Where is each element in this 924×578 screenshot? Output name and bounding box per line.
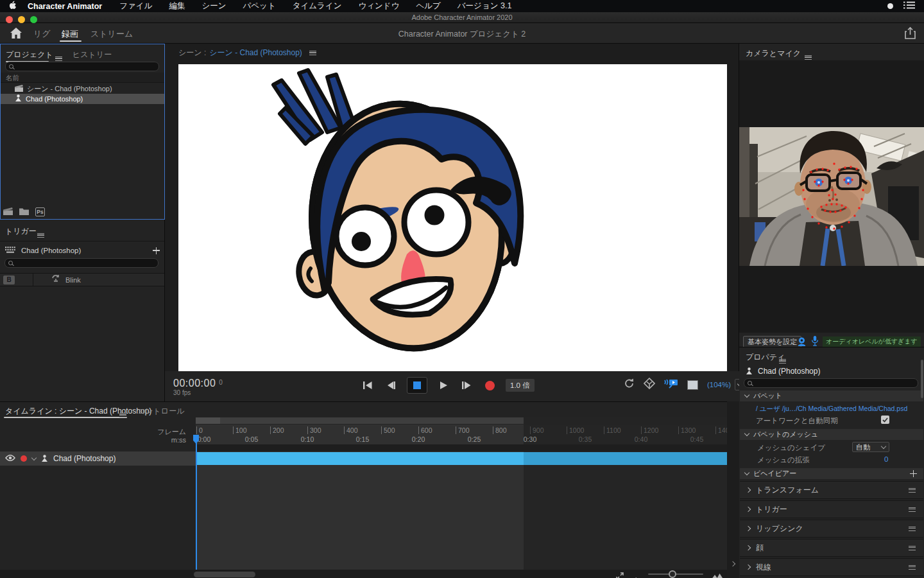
visibility-eye-icon[interactable] [5,454,15,463]
project-panel-menu-icon[interactable] [55,57,62,61]
controls-tab[interactable]: コントロール [137,406,184,417]
section-puppet[interactable]: パペット [740,390,923,401]
behavior-menu-icon[interactable] [909,507,916,512]
tab-history-panel[interactable]: ヒストリー [73,49,112,60]
zoom-out-mountain-icon[interactable] [633,573,641,578]
timeline-panel: タイムライン : シーン - Chad (Photoshop) コントロール フ… [0,401,739,578]
add-behavior-button[interactable] [910,470,917,477]
go-to-start-button[interactable] [361,378,375,392]
timeline-tab[interactable]: タイムライン : シーン - Chad (Photoshop) [5,406,151,417]
window-titlebar: Adobe Character Animator 2020 [0,12,924,23]
frame-tick: 1200 [641,426,658,434]
new-folder-icon[interactable] [19,206,29,218]
trigger-search-input[interactable] [13,259,140,267]
status-dot-icon[interactable] [887,3,893,9]
menu-puppet[interactable]: パペット [243,1,276,12]
character-animator-app: Character Animator ファイル 編集 シーン パペット タイムラ… [0,0,924,578]
time-tick: 0:40 [635,435,647,443]
menu-help[interactable]: ヘルプ [416,1,440,12]
source-path-link[interactable]: / ユーザ /ju…/Ch Media/Gathered Media/Chad.… [756,405,907,414]
behavior-lipsync[interactable]: リップシンク [740,520,923,538]
fit-timeline-icon[interactable] [616,571,624,578]
behavior-triggers[interactable]: トリガー [740,500,923,518]
trigger-key-badge[interactable]: B [3,276,15,285]
scene-name-link[interactable]: シーン - Chad (Photoshop) [209,48,302,58]
project-search-input[interactable] [13,63,141,71]
menu-file[interactable]: ファイル [119,1,152,12]
properties-search-input[interactable] [752,380,896,387]
project-item-puppet[interactable]: Chad (Photoshop) [1,94,164,104]
track-expand-icon[interactable] [31,455,37,460]
timeline-zoom-knob[interactable] [669,570,676,578]
behavior-transform[interactable]: トランスフォーム [740,481,923,499]
set-rest-pose-button[interactable]: 基本姿勢を設定 [743,336,801,347]
behavior-menu-icon[interactable] [909,527,916,531]
new-scene-icon[interactable] [3,206,13,218]
photoshop-badge-icon[interactable]: Ps [35,207,45,216]
track-bar-chad-tail[interactable] [524,452,727,465]
playback-speed[interactable]: 1.0 倍 [506,379,535,392]
project-item-scene[interactable]: シーン - Chad (Photoshop) [1,83,164,94]
mesh-expansion-value[interactable]: 0 [884,455,888,463]
refresh-scene-icon[interactable] [624,378,635,391]
section-puppet-mesh[interactable]: パペットのメッシュ [740,429,923,440]
timeline-pan-bar[interactable] [196,417,727,425]
timeline-menu-icon[interactable] [119,413,126,417]
menu-version[interactable]: バージョン 3.1 [458,1,512,12]
properties-menu-icon[interactable] [779,359,786,363]
track-bar-chad[interactable] [196,452,524,465]
behavior-face[interactable]: 顔 [740,539,923,557]
auto-sync-checkbox[interactable] [881,416,889,424]
zoom-level[interactable]: (104%) [707,381,731,389]
tab-project-panel[interactable]: プロジェクト [6,49,53,60]
play-button[interactable] [436,378,450,392]
list-menu-icon[interactable] [903,1,915,11]
puppet-icon [746,367,753,375]
menu-window[interactable]: ウィンドウ [358,1,399,12]
project-search[interactable] [5,62,159,71]
menu-scene[interactable]: シーン [201,1,226,12]
behavior-gaze[interactable]: 視線 [740,558,923,576]
frame-tick: 0 [196,426,203,434]
stop-button[interactable] [407,377,427,394]
behavior-menu-icon[interactable] [909,565,916,570]
properties-search[interactable] [744,378,918,388]
zoom-in-mountain-icon[interactable] [711,571,724,578]
camera-panel-menu-icon[interactable] [805,55,812,60]
scene-canvas[interactable] [178,64,727,371]
properties-scrollbar[interactable] [921,360,923,398]
menu-edit[interactable]: 編集 [169,1,185,12]
step-forward-button[interactable] [459,378,474,392]
project-title: Character Animator プロジェクト 2 [0,29,924,40]
timeline-hscrollbar[interactable] [0,570,739,578]
snapshot-diamond-icon[interactable] [644,378,655,392]
stream-output-icon[interactable] [664,378,678,392]
behavior-menu-icon[interactable] [909,546,916,550]
matte-square-icon[interactable] [687,380,698,390]
trigger-swap-icon[interactable] [51,274,60,286]
playhead-line[interactable] [196,435,197,570]
time-tick: 0:30 [524,435,536,443]
track-header-chad[interactable]: Chad (Photoshop) [0,451,196,466]
share-icon[interactable] [905,27,916,42]
panel-collapse-chevron[interactable] [730,561,735,566]
menubar-app-name[interactable]: Character Animator [28,2,102,11]
search-icon [9,64,13,69]
scene-panel-menu-icon[interactable] [309,51,316,55]
hscroll-thumb[interactable] [194,572,255,577]
trigger-search[interactable] [4,258,158,268]
name-column-header[interactable]: 名前 [1,73,164,83]
mesh-shape-dropdown[interactable]: 自動 [852,442,889,452]
behavior-menu-icon[interactable] [909,488,916,493]
trigger-row-blink[interactable]: B Blink [0,274,164,286]
apple-menu-icon[interactable] [9,1,17,12]
fps-label: 30 fps [173,389,191,396]
section-behaviors[interactable]: ビヘイビアー [740,468,923,479]
step-back-button[interactable] [384,378,398,392]
trigger-panel-menu-icon[interactable] [37,233,44,238]
arm-record-icon[interactable] [21,455,27,462]
add-trigger-button[interactable] [153,247,160,254]
menu-timeline[interactable]: タイムライン [293,1,342,12]
record-button[interactable] [483,378,497,392]
timecode[interactable]: 00:00:00 [173,378,216,389]
